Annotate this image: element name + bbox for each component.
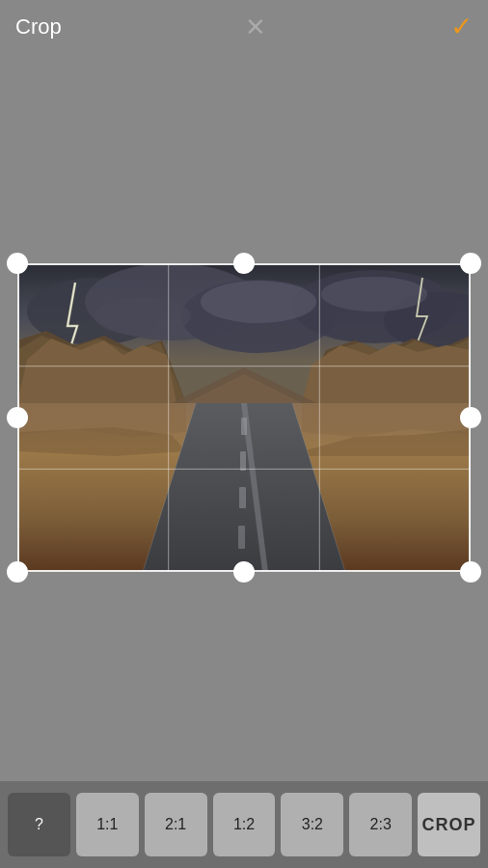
- handle-bot-center[interactable]: [233, 561, 255, 583]
- handle-bot-right[interactable]: [460, 561, 481, 583]
- handle-top-left[interactable]: [7, 253, 28, 274]
- handle-top-right[interactable]: [460, 253, 481, 274]
- toolbar: ?1:12:11:23:22:3CROP: [0, 781, 488, 868]
- svg-point-7: [321, 277, 427, 312]
- toolbar-btn-2x3[interactable]: 2:3: [349, 793, 412, 856]
- toolbar-btn-crop[interactable]: CROP: [418, 793, 480, 856]
- svg-rect-24: [241, 418, 247, 435]
- toolbar-btn-3x2[interactable]: 3:2: [281, 793, 343, 856]
- handle-mid-left[interactable]: [7, 407, 28, 428]
- toolbar-btn-2x1[interactable]: 2:1: [145, 793, 207, 856]
- svg-point-8: [95, 297, 191, 336]
- svg-rect-27: [238, 526, 245, 549]
- toolbar-btn-1x1[interactable]: 1:1: [76, 793, 139, 856]
- page-title: Crop: [15, 14, 62, 40]
- svg-point-6: [201, 281, 316, 323]
- close-button[interactable]: ✕: [245, 14, 266, 40]
- svg-rect-26: [239, 487, 246, 508]
- canvas-area: [0, 53, 488, 781]
- handle-top-center[interactable]: [233, 253, 255, 274]
- svg-rect-25: [240, 451, 246, 471]
- handle-mid-right[interactable]: [460, 407, 481, 428]
- handle-bot-left[interactable]: [7, 561, 28, 583]
- confirm-button[interactable]: ✓: [450, 14, 473, 41]
- crop-image: [17, 263, 471, 572]
- crop-container[interactable]: [17, 263, 471, 572]
- toolbar-btn-1x2[interactable]: 1:2: [213, 793, 276, 856]
- header: Crop ✕ ✓: [0, 0, 488, 53]
- toolbar-btn-free[interactable]: ?: [8, 793, 70, 856]
